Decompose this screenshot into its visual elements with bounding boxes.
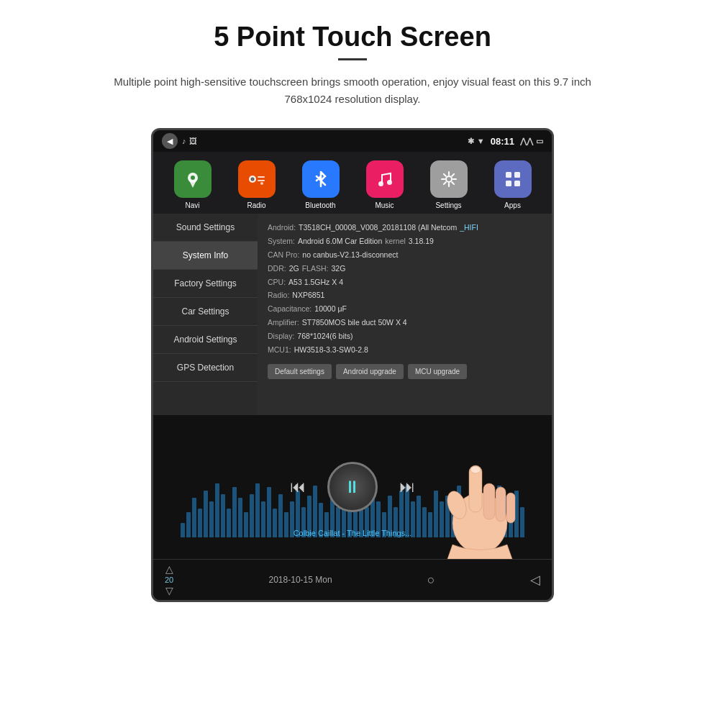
down-arrow[interactable]: ▽: [165, 586, 173, 596]
play-pause-button[interactable]: ⏸: [327, 462, 378, 512]
svg-point-10: [446, 176, 452, 182]
info-label: Radio:: [268, 288, 289, 302]
app-img-apps: [494, 160, 532, 198]
info-label: kernel: [385, 235, 406, 248]
sidebar-item-car-settings[interactable]: Car Settings: [153, 298, 258, 326]
app-img-radio: [238, 160, 276, 198]
app-icon-music[interactable]: Music: [366, 160, 404, 209]
title-divider: [338, 58, 367, 60]
sidebar-item-sound-settings[interactable]: Sound Settings: [153, 214, 258, 242]
status-extra-icons: ⋀⋀ ▭: [520, 137, 543, 146]
svg-rect-17: [483, 483, 495, 519]
app-icon-radio[interactable]: Radio: [238, 160, 276, 209]
music-player: ⏮ ⏸ ⏭ Colbie Caillat - The Little Things…: [153, 415, 552, 559]
bluetooth-status-icon: ✱: [468, 137, 474, 146]
info-buttons: Default settingsAndroid upgradeMCU upgra…: [268, 364, 542, 379]
info-row: DDR: 2G FLASH: 32G: [268, 262, 542, 276]
info-value: Android 6.0M Car Edition: [298, 235, 382, 248]
app-label-bluetooth: Bluetooth: [305, 201, 335, 209]
info-value: HW3518-3.3-SW0-2.8: [294, 343, 368, 357]
nav-arrows: △ 20 ▽: [165, 564, 173, 596]
app-icon-settings[interactable]: Settings: [430, 160, 468, 209]
default-settings-button[interactable]: Default settings: [268, 364, 332, 379]
info-value: A53 1.5GHz X 4: [288, 276, 343, 289]
info-row: Android: T3518CH_00008_V008_20181108 (Al…: [268, 221, 542, 235]
status-bar: ◀ ♪ 🖼 ✱ ▼ 08:11 ⋀⋀ ▭: [153, 130, 552, 152]
prev-button[interactable]: ⏮: [290, 478, 306, 496]
next-button[interactable]: ⏭: [399, 478, 415, 496]
eq-bar: [244, 512, 248, 537]
nav-back-icon[interactable]: ◁: [530, 572, 540, 588]
app-img-navi: [174, 160, 212, 198]
sidebar-item-system-info[interactable]: System Info: [153, 242, 258, 270]
svg-rect-19: [506, 493, 515, 523]
info-value: 2G: [289, 262, 299, 276]
eq-bar: [261, 501, 265, 537]
info-highlight: _HIFI: [460, 221, 478, 235]
info-value: no canbus-V2.13-disconnect: [302, 248, 398, 262]
info-label: Android:: [268, 221, 296, 235]
app-label-radio: Radio: [247, 201, 265, 209]
app-img-settings: [430, 160, 468, 198]
page-title: 5 Point Touch Screen: [214, 22, 491, 53]
sidebar: Sound SettingsSystem InfoFactory Setting…: [153, 214, 258, 415]
mcu-upgrade-button[interactable]: MCU upgrade: [408, 364, 467, 379]
date-display: 2018-10-15 Mon: [269, 575, 332, 585]
info-row: System: Android 6.0M Car Edition kernel …: [268, 235, 542, 248]
subtitle: Multiple point high-sensitive touchscree…: [101, 73, 604, 108]
eq-bar: [255, 483, 260, 537]
eq-bar: [417, 496, 421, 537]
eq-bar: [209, 501, 214, 537]
eq-bar: [267, 487, 271, 537]
channel-number: 20: [165, 575, 173, 584]
app-label-apps: Apps: [504, 201, 521, 209]
eq-bar: [215, 483, 219, 537]
app-icon-bluetooth[interactable]: Bluetooth: [302, 160, 340, 209]
info-label: Display:: [268, 329, 294, 343]
svg-point-7: [260, 182, 263, 185]
music-controls: ⏮ ⏸ ⏭: [290, 462, 415, 512]
sidebar-item-factory-settings[interactable]: Factory Settings: [153, 270, 258, 298]
app-grid: NaviRadioBluetoothMusicSettingsApps: [153, 152, 552, 214]
eq-bar: [204, 491, 208, 537]
up-arrow[interactable]: △: [165, 564, 173, 574]
app-icon-apps[interactable]: Apps: [494, 160, 532, 209]
info-label: FLASH:: [302, 262, 329, 276]
svg-point-8: [378, 181, 383, 186]
info-label: Capacitance:: [268, 302, 311, 316]
clock: 08:11: [491, 136, 514, 147]
info-row: Amplifier: ST7850MOS bile duct 50W X 4: [268, 316, 542, 329]
info-label: CPU:: [268, 276, 286, 289]
sidebar-item-gps-detection[interactable]: GPS Detection: [153, 354, 258, 382]
eq-bar: [186, 512, 191, 537]
svg-point-9: [387, 180, 392, 185]
status-left: ◀ ♪ 🖼: [162, 133, 197, 149]
app-icon-navi[interactable]: Navi: [174, 160, 212, 209]
info-label: DDR:: [268, 262, 286, 276]
app-img-bluetooth: [302, 160, 340, 198]
home-circle-icon[interactable]: ○: [427, 573, 435, 588]
svg-point-1: [191, 176, 195, 180]
back-button[interactable]: ◀: [162, 133, 178, 149]
info-label: CAN Pro:: [268, 248, 299, 262]
image-icon: 🖼: [189, 137, 197, 145]
eq-bar: [198, 509, 202, 537]
status-right: ✱ ▼ 08:11 ⋀⋀ ▭: [468, 136, 543, 147]
hand-overlay: [422, 422, 537, 559]
info-label: Amplifier:: [268, 316, 299, 329]
info-label: System:: [268, 235, 295, 248]
battery-icon: ▭: [536, 137, 543, 146]
sidebar-item-android-settings[interactable]: Android Settings: [153, 326, 258, 354]
svg-point-4: [252, 178, 253, 180]
signal-icon: ▼: [477, 137, 485, 145]
svg-rect-12: [514, 172, 520, 178]
bottom-bar: △ 20 ▽ 2018-10-15 Mon ○ ◁: [153, 559, 552, 600]
info-row: Radio: NXP6851: [268, 288, 542, 302]
svg-rect-5: [258, 176, 265, 178]
eq-bar: [278, 494, 283, 537]
app-label-settings: Settings: [435, 201, 461, 209]
eq-bar: [221, 494, 225, 537]
android-upgrade-button[interactable]: Android upgrade: [336, 364, 404, 379]
eq-bar: [250, 494, 254, 537]
eq-bar: [192, 498, 196, 537]
